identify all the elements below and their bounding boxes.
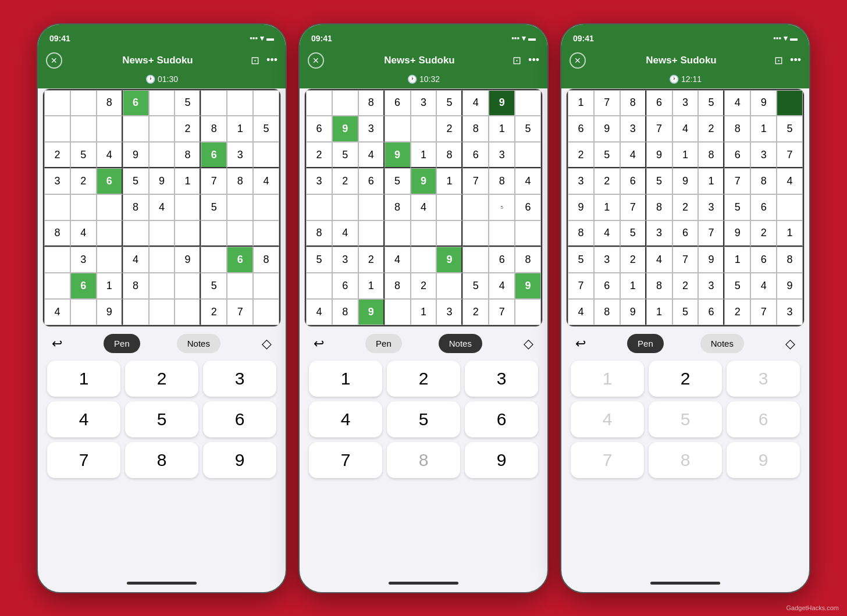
cell-4-7[interactable] (227, 194, 253, 220)
cell-1-2[interactable] (97, 116, 123, 142)
cell-8-8[interactable]: 3 (777, 299, 803, 325)
cell-3-5[interactable]: 1 (698, 168, 724, 194)
cell-6-0[interactable] (44, 247, 70, 273)
cell-2-5[interactable]: 8 (436, 142, 462, 168)
cell-1-1[interactable]: 9 (332, 116, 358, 142)
cell-2-7[interactable]: 3 (227, 142, 253, 168)
cell-5-2[interactable] (358, 220, 385, 247)
cell-1-6[interactable]: 8 (201, 116, 227, 142)
cell-7-2[interactable]: 1 (358, 273, 385, 299)
cell-7-2[interactable]: 1 (620, 273, 646, 299)
share-icon-3[interactable]: ⊡ (774, 54, 783, 67)
num-btn-9-0[interactable]: 9 (203, 442, 276, 478)
share-icon-1[interactable]: ⊡ (251, 54, 259, 67)
cell-5-5[interactable]: 7 (698, 220, 724, 247)
num-btn-9-1[interactable]: 9 (465, 442, 538, 478)
cell-1-8[interactable]: 5 (515, 116, 541, 142)
cell-8-7[interactable]: 7 (489, 299, 515, 325)
cell-3-4[interactable]: 9 (672, 168, 699, 194)
cell-6-7[interactable]: 6 (489, 247, 515, 273)
num-btn-2-2[interactable]: 2 (649, 361, 722, 397)
cell-8-4[interactable] (149, 299, 175, 325)
cell-0-3[interactable]: 6 (646, 90, 672, 116)
cell-8-1[interactable] (70, 299, 97, 325)
erase-button-2[interactable]: ◇ (519, 334, 538, 354)
cell-4-1[interactable] (70, 194, 97, 220)
cell-4-2[interactable]: 7 (620, 194, 646, 220)
cell-7-3[interactable]: 8 (646, 273, 672, 299)
undo-button-3[interactable]: ↩ (571, 334, 590, 354)
num-btn-1-0[interactable]: 1 (47, 361, 120, 397)
more-icon-3[interactable]: ••• (790, 54, 801, 66)
close-button-2[interactable]: ✕ (308, 52, 324, 69)
num-btn-6-1[interactable]: 6 (465, 401, 538, 437)
cell-5-1[interactable]: 4 (332, 220, 358, 247)
cell-5-8[interactable]: 1 (777, 220, 803, 247)
cell-1-7[interactable]: 1 (227, 116, 253, 142)
cell-7-6[interactable]: 5 (724, 273, 750, 299)
cell-0-3[interactable]: 6 (123, 90, 149, 116)
cell-0-8[interactable] (253, 90, 279, 116)
cell-5-6[interactable]: 9 (724, 220, 750, 247)
cell-8-4[interactable]: 1 (411, 299, 437, 325)
cell-6-7[interactable]: 6 (227, 247, 253, 273)
cell-7-6[interactable]: 5 (462, 273, 489, 299)
num-btn-5-1[interactable]: 5 (387, 401, 460, 437)
cell-7-7[interactable]: 4 (489, 273, 515, 299)
cell-1-4[interactable] (149, 116, 175, 142)
cell-1-4[interactable] (411, 116, 437, 142)
cell-8-8[interactable] (515, 299, 541, 325)
cell-1-7[interactable]: 1 (489, 116, 515, 142)
cell-6-2[interactable]: 2 (620, 247, 646, 273)
cell-6-7[interactable]: 6 (750, 247, 777, 273)
cell-8-7[interactable]: 7 (750, 299, 777, 325)
cell-8-6[interactable]: 2 (201, 299, 227, 325)
cell-2-0[interactable]: 2 (44, 142, 70, 168)
cell-2-0[interactable]: 2 (306, 142, 332, 168)
cell-2-1[interactable]: 5 (594, 142, 620, 168)
num-btn-4-0[interactable]: 4 (47, 401, 120, 437)
cell-7-7[interactable]: 4 (750, 273, 777, 299)
cell-1-0[interactable]: 6 (306, 116, 332, 142)
num-btn-5-0[interactable]: 5 (125, 401, 198, 437)
cell-1-7[interactable]: 1 (750, 116, 777, 142)
cell-2-7[interactable]: 3 (489, 142, 515, 168)
cell-0-5[interactable]: 5 (436, 90, 462, 116)
cell-8-0[interactable]: 4 (306, 299, 332, 325)
pen-button-3[interactable]: Pen (627, 334, 664, 353)
cell-4-2[interactable] (97, 194, 123, 220)
cell-4-1[interactable]: 1 (594, 194, 620, 220)
num-btn-3-2[interactable]: 3 (727, 361, 800, 397)
cell-6-6[interactable] (462, 247, 489, 273)
num-btn-4-2[interactable]: 4 (571, 401, 644, 437)
cell-6-3[interactable]: 4 (646, 247, 672, 273)
cell-3-3[interactable]: 5 (385, 168, 411, 194)
cell-8-5[interactable]: 6 (698, 299, 724, 325)
cell-0-8[interactable] (515, 90, 541, 116)
cell-8-2[interactable]: 9 (620, 299, 646, 325)
cell-1-8[interactable]: 5 (777, 116, 803, 142)
more-icon-1[interactable]: ••• (266, 54, 277, 66)
cell-8-2[interactable]: 9 (97, 299, 123, 325)
cell-2-0[interactable]: 2 (568, 142, 594, 168)
cell-2-4[interactable]: 1 (672, 142, 699, 168)
close-button-3[interactable]: ✕ (570, 52, 586, 69)
cell-5-3[interactable] (385, 220, 411, 247)
cell-8-1[interactable]: 8 (594, 299, 620, 325)
cell-4-8[interactable] (777, 194, 803, 220)
cell-8-3[interactable] (123, 299, 149, 325)
cell-5-2[interactable] (97, 220, 123, 247)
cell-4-3[interactable]: 8 (646, 194, 672, 220)
cell-0-7[interactable] (227, 90, 253, 116)
cell-3-1[interactable]: 2 (594, 168, 620, 194)
cell-3-2[interactable]: 6 (358, 168, 385, 194)
cell-6-1[interactable]: 3 (594, 247, 620, 273)
cell-0-0[interactable] (306, 90, 332, 116)
cell-3-2[interactable]: 6 (97, 168, 123, 194)
cell-5-7[interactable] (489, 220, 515, 247)
cell-7-5[interactable] (175, 273, 201, 299)
cell-8-7[interactable]: 7 (227, 299, 253, 325)
cell-3-7[interactable]: 8 (227, 168, 253, 194)
num-btn-4-1[interactable]: 4 (309, 401, 382, 437)
cell-3-4[interactable]: 9 (149, 168, 175, 194)
